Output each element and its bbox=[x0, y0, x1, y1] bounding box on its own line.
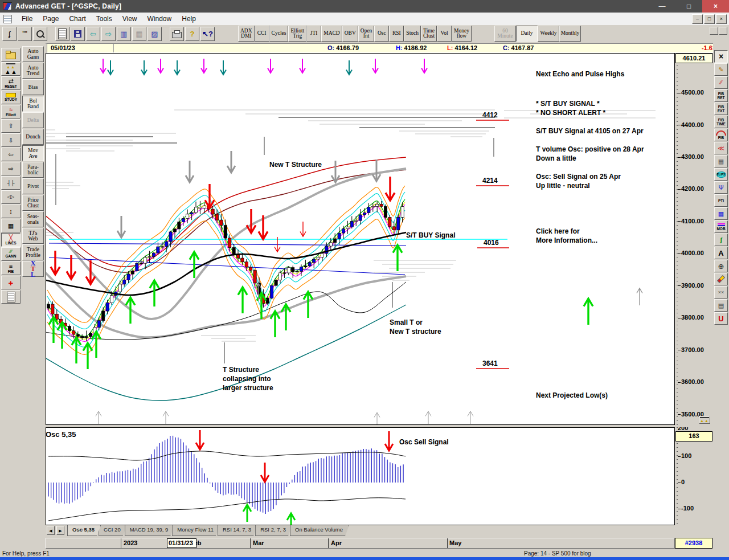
timeframe-daily[interactable]: Daily bbox=[516, 26, 538, 42]
pane-button[interactable] bbox=[710, 27, 718, 35]
indicator-macd[interactable]: MACD bbox=[321, 26, 342, 42]
pane-button[interactable] bbox=[719, 27, 727, 35]
new-chart-button[interactable]: ▨ bbox=[148, 27, 162, 41]
tab-money-flow-11[interactable]: Money Flow 11 bbox=[172, 525, 220, 536]
tab-osc-5-35[interactable]: Osc 5,35 bbox=[67, 525, 101, 536]
insert-chart-button[interactable]: ▥ bbox=[117, 27, 131, 41]
fib-extension-tool[interactable]: FIBEXT bbox=[714, 103, 728, 115]
study-pivot[interactable]: Pivot bbox=[22, 178, 44, 194]
fan-lines-tool[interactable]: ≪ bbox=[714, 142, 728, 154]
pitchfork-tool[interactable]: Ψ bbox=[714, 181, 728, 194]
mdi-close-button[interactable]: × bbox=[716, 14, 727, 24]
notes-tool[interactable]: ▤ bbox=[714, 299, 728, 312]
mdi-restore-button[interactable]: □ bbox=[704, 14, 715, 24]
menu-page[interactable]: Page bbox=[38, 13, 64, 24]
elliott-button[interactable]: ≈Elliott bbox=[1, 105, 21, 118]
regression-tool[interactable]: ʃ bbox=[714, 234, 728, 246]
properties-button[interactable] bbox=[1, 290, 21, 304]
indicator-jti[interactable]: JTI bbox=[306, 26, 321, 42]
indicator-adx[interactable]: ADXDMI bbox=[238, 26, 255, 42]
mob-tool[interactable]: MOB bbox=[714, 220, 728, 233]
study-seas[interactable]: Seas-onals bbox=[22, 211, 44, 227]
indicator-osc[interactable]: Osc bbox=[374, 26, 389, 42]
study-tjs[interactable]: TJ'sWeb bbox=[22, 228, 44, 244]
ellipse-tool[interactable]: ELIPS bbox=[714, 168, 728, 181]
oscillator-canvas[interactable]: Osc 5,35Osc Sell Signal bbox=[46, 428, 674, 525]
menu-help[interactable]: Help bbox=[177, 13, 201, 24]
scroll-left-button[interactable]: ⇦ bbox=[1, 148, 21, 161]
mdi-minimize-button[interactable]: – bbox=[692, 14, 703, 24]
restore-button[interactable]: □ bbox=[675, 0, 702, 13]
crosshair-button[interactable]: + bbox=[1, 276, 21, 289]
study-button[interactable]: STUDY bbox=[1, 91, 21, 104]
close-button[interactable]: × bbox=[702, 0, 729, 13]
indicator-rsi[interactable]: RSI bbox=[389, 26, 404, 42]
indicator-cycles[interactable]: Cycles bbox=[269, 26, 289, 42]
scroll-down-button[interactable]: ⇩ bbox=[1, 133, 21, 147]
gann-button[interactable]: ∕∕∕GANN bbox=[1, 247, 21, 261]
zoom-in-tool[interactable]: ⊕ bbox=[714, 260, 728, 272]
scroll-up-button[interactable]: ⇧ bbox=[1, 119, 21, 133]
delete-draw-tool[interactable]: × bbox=[714, 50, 728, 63]
pencil-tool[interactable]: ✎ bbox=[714, 63, 728, 76]
quotes-tool-button[interactable]: ”” bbox=[18, 27, 32, 41]
scroll-right-button[interactable]: ⇨ bbox=[1, 162, 21, 175]
indicator-time[interactable]: TimeClust bbox=[421, 26, 437, 42]
scales-button[interactable]: ▲▲▲▲ bbox=[1, 62, 21, 76]
eraser-tool[interactable] bbox=[714, 273, 728, 285]
timeframe-weekly[interactable]: Weekly bbox=[538, 26, 559, 42]
chart-canvas[interactable]: 4412421440163641Next Echo and Pulse High… bbox=[46, 54, 674, 424]
indicator-stoch[interactable]: Stoch bbox=[404, 26, 421, 42]
grid-blue-tool[interactable]: ▦ bbox=[714, 207, 728, 220]
menu-tools[interactable]: Tools bbox=[91, 13, 117, 24]
fib-retracement-tool[interactable]: FIBRET bbox=[714, 89, 728, 102]
study-auto[interactable]: AutoTrend bbox=[22, 63, 44, 79]
indicator-money[interactable]: Moneyflow bbox=[452, 26, 472, 42]
menu-chart[interactable]: Chart bbox=[64, 13, 91, 24]
main-chart[interactable]: 4412421440163641Next Echo and Pulse High… bbox=[46, 53, 675, 425]
save-button[interactable] bbox=[71, 27, 85, 41]
study-mov[interactable]: MovAve bbox=[22, 145, 44, 161]
tab-rsi-2-7-3[interactable]: RSI 2, 7, 3 bbox=[255, 525, 292, 536]
timeline[interactable]: 2023FebMarAprMay01/31/23 bbox=[46, 538, 675, 549]
timeline-date-box[interactable]: 01/31/23 bbox=[167, 538, 196, 548]
page-back-button[interactable]: ⇦ bbox=[86, 27, 100, 41]
indicator-elliott[interactable]: ElliottTrig bbox=[288, 26, 306, 42]
tab-rsi-14-7-3[interactable]: RSI 14, 7, 3 bbox=[218, 525, 257, 536]
study-trade[interactable]: TradeProfile bbox=[22, 244, 44, 260]
open-chart-button[interactable] bbox=[1, 48, 21, 62]
fib-time-tool[interactable]: FIBTIME bbox=[714, 116, 728, 128]
magnet-tool[interactable]: U bbox=[714, 312, 728, 325]
study-para[interactable]: Para-bolic bbox=[22, 162, 44, 178]
zoom-tool-button[interactable] bbox=[33, 27, 47, 41]
tab-cci-20[interactable]: CCI 20 bbox=[99, 525, 127, 536]
new-page-button[interactable] bbox=[55, 27, 69, 41]
study-price[interactable]: PriceClust bbox=[22, 195, 44, 211]
text-tool[interactable]: A bbox=[714, 247, 728, 259]
study-xtl[interactable]: XTL bbox=[22, 261, 44, 277]
vertical-scale-button[interactable]: ↨ bbox=[1, 205, 21, 218]
grid-button[interactable]: ▦ bbox=[1, 219, 21, 232]
pin-tool-button[interactable]: ʄ bbox=[2, 27, 17, 41]
page-forward-button[interactable]: ⇨ bbox=[101, 27, 116, 41]
tab-on-balance-volume[interactable]: On Balance Volume bbox=[290, 525, 349, 536]
print-button[interactable] bbox=[170, 27, 184, 41]
reset-button[interactable]: ⇄RESET bbox=[1, 76, 21, 90]
study-auto[interactable]: AutoGann bbox=[22, 46, 44, 62]
menu-window[interactable]: Window bbox=[142, 13, 177, 24]
menu-view[interactable]: View bbox=[117, 13, 142, 24]
scales-mini-button[interactable]: ▲▲ bbox=[699, 416, 710, 424]
study-bol[interactable]: BolBand bbox=[22, 96, 44, 112]
indicator-obv[interactable]: OBV bbox=[342, 26, 358, 42]
study-bias[interactable]: Bias bbox=[22, 79, 44, 95]
study-donch[interactable]: Donch bbox=[22, 129, 44, 145]
expand-bars-button[interactable]: ◁▷ bbox=[1, 190, 21, 204]
lines-button[interactable]: ╳LINES bbox=[1, 233, 21, 247]
grid-tool[interactable]: ▦ bbox=[714, 155, 728, 167]
fib-button[interactable]: ≡FIB bbox=[1, 261, 21, 275]
context-help-button[interactable]: ↖? bbox=[200, 27, 215, 41]
indicator-vol[interactable]: Vol bbox=[437, 26, 452, 42]
compress-bars-button[interactable]: ┤├ bbox=[1, 176, 21, 190]
tab-scroll-right[interactable]: ▶ bbox=[56, 526, 64, 535]
tab-macd-19-39-9[interactable]: MACD 19, 39, 9 bbox=[125, 525, 175, 536]
